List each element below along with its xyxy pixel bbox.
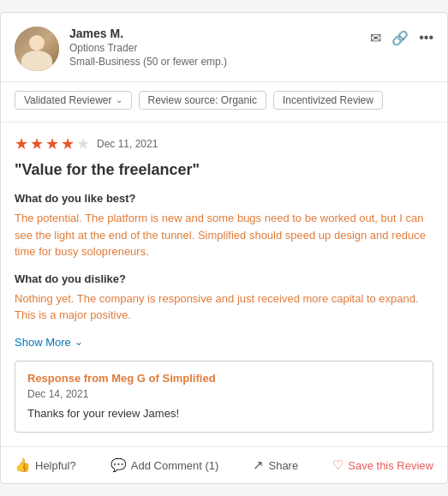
comment-icon: 💬 [111,457,127,473]
star-4: ★ [61,134,75,153]
response-box: Response from Meg G of Simplified Dec 14… [15,361,433,433]
share-button[interactable]: ↗ Share [253,457,298,473]
star-1: ★ [15,134,28,153]
save-review-button[interactable]: ♡ Save this Review [332,457,433,473]
more-icon[interactable]: ••• [419,30,433,45]
helpful-label: Helpful? [35,459,76,472]
share-label: Share [268,459,298,472]
like-text: The potential. The platform is new and s… [15,210,433,260]
link-icon[interactable]: 🔗 [391,30,409,46]
review-title: "Value for the freelancer" [15,160,433,180]
footer-actions: 👍 Helpful? 💬 Add Comment (1) ↗ Share ♡ S… [1,446,447,483]
user-role: Options Trader [69,42,227,54]
user-info-section: James M. Options Trader Small-Business (… [15,27,227,71]
review-card: James M. Options Trader Small-Business (… [0,12,448,484]
validated-reviewer-label: Validated Reviewer [24,94,112,106]
review-source-label: Review source: Organic [148,94,257,106]
add-comment-button[interactable]: 💬 Add Comment (1) [111,457,219,473]
user-company: Small-Business (50 or fewer emp.) [69,56,227,68]
add-comment-label: Add Comment (1) [131,459,219,472]
heart-icon: ♡ [332,457,343,473]
review-date: Dec 11, 2021 [97,138,158,150]
response-text: Thanks for your review James! [27,405,421,422]
user-name: James M. [69,27,227,40]
validated-reviewer-tag[interactable]: Validated Reviewer ⌄ [15,91,132,110]
like-heading: What do you like best? [15,192,433,205]
header-actions: ✉ 🔗 ••• [370,27,433,46]
response-date: Dec 14, 2021 [27,388,421,400]
user-details: James M. Options Trader Small-Business (… [69,27,227,68]
review-content: ★ ★ ★ ★ ★ Dec 11, 2021 "Value for the fr… [1,122,447,433]
thumbs-up-icon: 👍 [15,457,31,473]
chevron-down-icon: ⌄ [116,95,122,105]
show-more-label: Show More [15,336,71,349]
share-icon: ↗ [253,457,264,473]
show-more-chevron-icon: ⌄ [75,336,83,348]
helpful-button[interactable]: 👍 Helpful? [15,457,76,473]
show-more-button[interactable]: Show More ⌄ [15,336,433,349]
rating-row: ★ ★ ★ ★ ★ Dec 11, 2021 [15,134,433,153]
avatar [15,27,59,71]
avatar-image [15,27,59,71]
star-rating: ★ ★ ★ ★ ★ [15,134,90,153]
tags-section: Validated Reviewer ⌄ Review source: Orga… [1,82,447,122]
dislike-heading: What do you dislike? [15,272,433,285]
incentivized-review-label: Incentivized Review [283,94,373,106]
star-5: ★ [76,134,90,153]
header-section: James M. Options Trader Small-Business (… [1,13,447,82]
save-review-label: Save this Review [348,459,433,472]
star-2: ★ [30,134,44,153]
review-source-tag[interactable]: Review source: Organic [139,91,266,110]
dislike-text: Nothing yet. The company is responsive a… [15,290,433,324]
response-header: Response from Meg G of Simplified [27,372,421,385]
star-3: ★ [45,134,59,153]
mail-icon[interactable]: ✉ [370,30,381,46]
incentivized-review-tag[interactable]: Incentivized Review [273,91,383,110]
